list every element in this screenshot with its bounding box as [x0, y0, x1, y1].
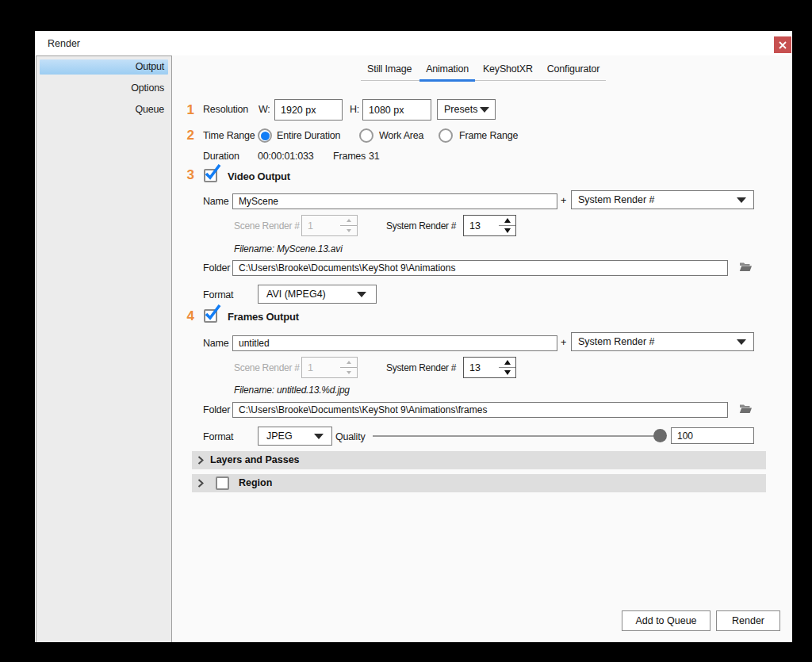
- checkmark-icon: [203, 304, 222, 323]
- video-format-dropdown[interactable]: AVI (MPEG4): [258, 285, 377, 304]
- radio-frame-range-label: Frame Range: [459, 130, 518, 141]
- quality-slider-track[interactable]: [373, 435, 662, 437]
- video-name-label: Name: [203, 196, 229, 207]
- step-number-4: 4: [163, 308, 194, 324]
- video-format-dropdown-value: AVI (MPEG4): [266, 289, 326, 300]
- spinner-down-icon[interactable]: [340, 368, 357, 378]
- resolution-w-label: W:: [259, 104, 270, 115]
- region-checkbox[interactable]: [216, 476, 229, 490]
- radio-entire-duration-label: Entire Duration: [277, 130, 340, 141]
- folder-browse-icon[interactable]: [739, 262, 753, 276]
- frames-format-label: Format: [203, 431, 233, 442]
- spinner-down-icon[interactable]: [499, 368, 515, 378]
- folder-browse-icon[interactable]: [739, 404, 753, 418]
- tab-bar: Still Image Animation KeyShotXR Configur…: [361, 63, 606, 81]
- layers-and-passes-section[interactable]: Layers and Passes: [192, 451, 766, 469]
- frames-value: 31: [369, 151, 380, 162]
- duration-label: Duration: [203, 151, 239, 162]
- radio-entire-duration[interactable]: [258, 128, 272, 143]
- quality-input[interactable]: [671, 427, 754, 444]
- chevron-down-icon: [314, 434, 324, 439]
- frames-plus-label: +: [561, 337, 566, 348]
- resolution-width-input[interactable]: [274, 99, 343, 121]
- video-system-render-value: 13: [469, 220, 481, 232]
- tab-animation[interactable]: Animation: [419, 63, 475, 80]
- video-folder-label: Folder: [203, 262, 230, 274]
- tab-keyshotxr[interactable]: KeyShotXR: [477, 63, 539, 80]
- video-scene-render-spinner[interactable]: 1: [301, 215, 358, 236]
- window-title: Render: [48, 38, 80, 49]
- step-number-2: 2: [163, 128, 194, 143]
- radio-frame-range[interactable]: [439, 128, 453, 143]
- quality-label: Quality: [335, 431, 366, 442]
- video-output-checkbox[interactable]: [204, 169, 217, 182]
- sidebar: Output Options Queue: [36, 55, 172, 642]
- frames-scene-render-spinner[interactable]: 1: [301, 357, 358, 378]
- render-dialog: Render Output Options Queue Still Image …: [35, 31, 792, 642]
- radio-work-area[interactable]: [359, 128, 373, 143]
- tab-configurator[interactable]: Configurator: [541, 63, 606, 80]
- video-name-input[interactable]: [232, 193, 557, 209]
- frames-name-label: Name: [203, 338, 229, 349]
- region-label: Region: [239, 477, 272, 488]
- video-suffix-dropdown[interactable]: System Render #: [571, 190, 754, 209]
- resolution-h-label: H:: [350, 104, 359, 115]
- frames-name-input[interactable]: [232, 335, 557, 351]
- render-button[interactable]: Render: [716, 610, 780, 631]
- video-suffix-dropdown-value: System Render #: [578, 194, 655, 205]
- frames-folder-input[interactable]: [232, 402, 728, 418]
- sidebar-item-queue[interactable]: Queue: [40, 102, 168, 117]
- video-filename-text: Filename: MyScene.13.avi: [234, 243, 343, 254]
- video-folder-input[interactable]: [232, 260, 728, 276]
- spinner-down-icon[interactable]: [340, 226, 357, 236]
- frames-label: Frames: [333, 151, 366, 162]
- frames-format-dropdown[interactable]: JPEG: [258, 427, 332, 446]
- layers-and-passes-label: Layers and Passes: [210, 454, 300, 465]
- spinner-up-icon[interactable]: [499, 358, 515, 368]
- video-output-title: Video Output: [228, 170, 290, 182]
- frames-suffix-dropdown[interactable]: System Render #: [571, 332, 754, 351]
- add-to-queue-button[interactable]: Add to Queue: [622, 610, 710, 631]
- frames-system-render-value: 13: [469, 362, 481, 373]
- tab-still-image[interactable]: Still Image: [361, 63, 418, 80]
- quality-slider-handle[interactable]: [653, 429, 667, 442]
- frames-system-render-label: System Render #: [386, 362, 456, 373]
- spinner-up-icon[interactable]: [340, 216, 357, 226]
- video-scene-render-value: 1: [308, 220, 313, 232]
- duration-value: 00:00:01:033: [258, 151, 314, 162]
- resolution-height-input[interactable]: [362, 99, 431, 121]
- video-scene-render-label: Scene Render #: [234, 220, 300, 232]
- sidebar-item-options[interactable]: Options: [40, 81, 168, 96]
- close-button[interactable]: [774, 36, 791, 53]
- presets-dropdown-value: Presets: [444, 104, 477, 115]
- close-icon: [779, 41, 787, 49]
- video-system-render-spinner[interactable]: 13: [463, 215, 516, 236]
- chevron-down-icon: [737, 197, 746, 203]
- frames-output-title: Frames Output: [228, 311, 299, 323]
- checkmark-icon: [203, 163, 222, 182]
- chevron-down-icon: [737, 339, 746, 345]
- video-format-label: Format: [203, 289, 233, 300]
- sidebar-item-output[interactable]: Output: [40, 59, 168, 75]
- region-section[interactable]: Region: [192, 474, 766, 492]
- chevron-down-icon: [480, 107, 489, 113]
- chevron-down-icon: [357, 292, 366, 297]
- time-range-label: Time Range: [203, 130, 255, 141]
- frames-scene-render-label: Scene Render #: [234, 362, 300, 373]
- video-plus-label: +: [561, 195, 566, 206]
- frames-folder-label: Folder: [203, 404, 230, 415]
- spinner-up-icon[interactable]: [499, 216, 515, 226]
- spinner-down-icon[interactable]: [499, 226, 515, 236]
- video-system-render-label: System Render #: [386, 220, 456, 232]
- frames-format-dropdown-value: JPEG: [266, 430, 293, 442]
- resolution-label: Resolution: [203, 104, 248, 115]
- frames-scene-render-value: 1: [308, 362, 313, 373]
- spinner-up-icon[interactable]: [340, 358, 357, 368]
- chevron-right-icon: [197, 479, 204, 488]
- chevron-right-icon: [197, 456, 204, 465]
- frames-system-render-spinner[interactable]: 13: [463, 357, 516, 378]
- frames-filename-text: Filename: untitled.13.%d.jpg: [234, 385, 350, 396]
- frames-output-checkbox[interactable]: [204, 309, 217, 323]
- titlebar: Render: [35, 31, 792, 55]
- presets-dropdown[interactable]: Presets: [437, 99, 496, 120]
